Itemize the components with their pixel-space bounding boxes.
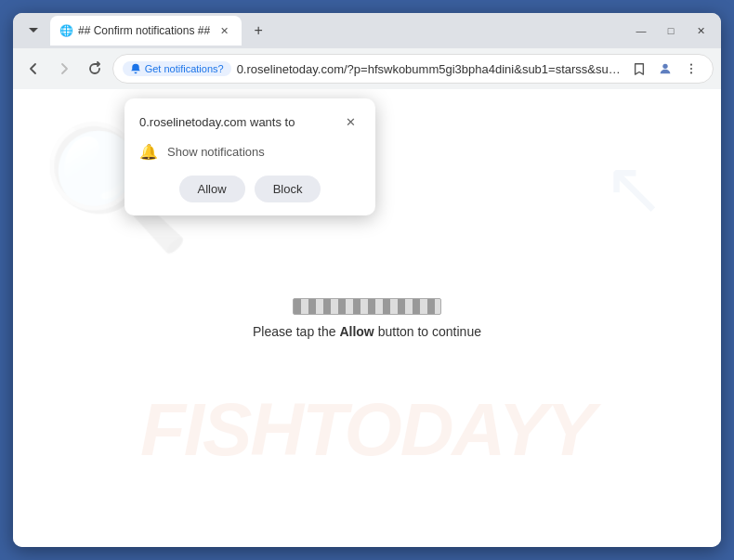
- tab-list-dropdown-button[interactable]: [20, 18, 46, 44]
- permission-label: Show notifications: [167, 145, 265, 159]
- title-bar: 🌐 ## Confirm notifications ## ✕ + — □ ✕: [13, 13, 721, 48]
- svg-point-3: [690, 72, 692, 73]
- popup-title: 0.roselinetoday.com wants to: [139, 115, 295, 129]
- notification-permission-popup: 0.roselinetoday.com wants to ✕ 🔔 Show no…: [125, 98, 375, 215]
- active-tab[interactable]: 🌐 ## Confirm notifications ## ✕: [50, 16, 242, 46]
- bell-icon: 🔔: [139, 143, 158, 161]
- minimize-button[interactable]: —: [628, 18, 654, 44]
- tab-bar: 🌐 ## Confirm notifications ## ✕ +: [20, 13, 617, 48]
- more-options-button[interactable]: [679, 57, 703, 81]
- reload-button[interactable]: [82, 54, 109, 84]
- popup-close-button[interactable]: ✕: [340, 111, 360, 132]
- tap-allow-instruction: Please tap the Allow button to continue: [253, 324, 481, 339]
- tab-favicon-icon: 🌐: [59, 24, 72, 37]
- address-bar[interactable]: Get notifications? 0.roselinetoday.com/?…: [112, 54, 714, 84]
- svg-point-0: [662, 64, 667, 69]
- nav-bar: Get notifications? 0.roselinetoday.com/?…: [13, 48, 721, 89]
- window-controls: — □ ✕: [628, 18, 714, 44]
- back-button[interactable]: [20, 54, 47, 84]
- allow-button[interactable]: Allow: [179, 176, 245, 202]
- block-button[interactable]: Block: [255, 176, 321, 202]
- progress-bar: [293, 298, 441, 315]
- address-icons: [627, 57, 703, 81]
- popup-permission-row: 🔔 Show notifications: [139, 143, 360, 161]
- allow-emphasis: Allow: [339, 324, 374, 339]
- page-content: 🔍 ↖ FISHTODAYY Please tap the Allow butt…: [13, 89, 721, 547]
- browser-window: 🌐 ## Confirm notifications ## ✕ + — □ ✕: [13, 13, 721, 547]
- new-tab-button[interactable]: +: [245, 18, 271, 44]
- page-center-content: Please tap the Allow button to continue: [253, 298, 481, 339]
- tab-label: ## Confirm notifications ##: [78, 24, 210, 37]
- svg-point-1: [690, 64, 692, 66]
- popup-header: 0.roselinetoday.com wants to ✕: [139, 111, 360, 132]
- forward-button[interactable]: [51, 54, 78, 84]
- profile-button[interactable]: [653, 57, 677, 81]
- tab-close-button[interactable]: ✕: [216, 22, 232, 39]
- get-notifications-badge[interactable]: Get notifications?: [123, 61, 231, 76]
- close-button[interactable]: ✕: [688, 18, 714, 44]
- address-text: 0.roselinetoday.com/?p=hfswkobumm5gi3bph…: [237, 62, 622, 76]
- bookmark-button[interactable]: [627, 57, 651, 81]
- svg-point-2: [690, 68, 692, 70]
- maximize-button[interactable]: □: [658, 18, 684, 44]
- popup-actions: Allow Block: [139, 176, 360, 202]
